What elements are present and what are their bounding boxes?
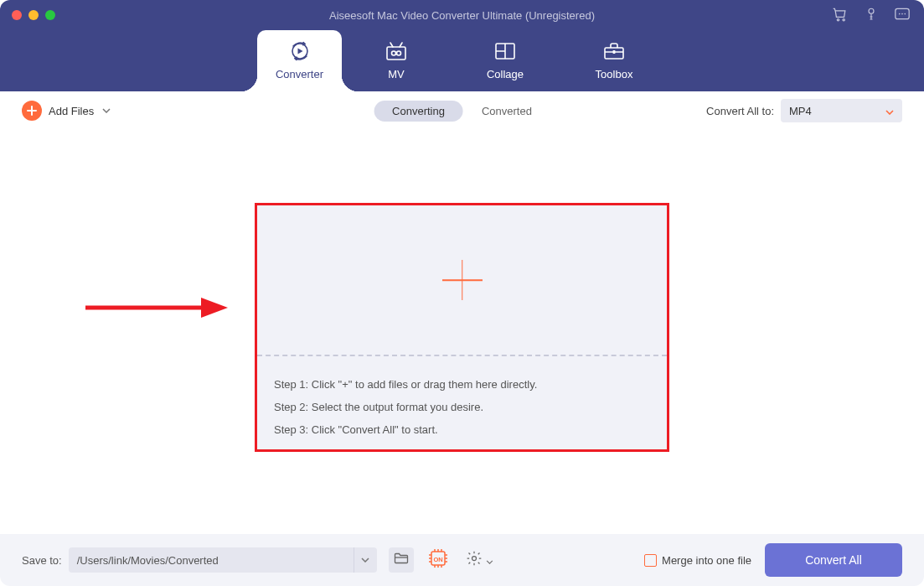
close-window-button[interactable]	[12, 10, 22, 20]
convert-all-to: Convert All to: MP4	[706, 99, 902, 122]
feedback-icon[interactable]	[894, 7, 911, 22]
tab-collage[interactable]: Collage	[451, 30, 560, 91]
format-select[interactable]: MP4	[781, 99, 902, 122]
mv-icon	[385, 41, 408, 61]
gear-icon	[466, 550, 483, 570]
merge-label: Merge into one file	[662, 554, 751, 567]
add-files-label: Add Files	[49, 105, 94, 117]
convert-all-button[interactable]: Convert All	[765, 543, 902, 577]
drop-zone-add-area[interactable]	[257, 205, 667, 355]
main-area: Step 1: Click "+" to add files or drag t…	[0, 130, 924, 534]
svg-text:ON: ON	[433, 556, 442, 563]
settings-button[interactable]	[466, 550, 493, 570]
toolbox-icon	[602, 41, 626, 61]
app-title: Aiseesoft Mac Video Converter Ultimate (…	[329, 9, 595, 22]
svg-point-6	[904, 13, 906, 15]
collage-icon	[493, 41, 517, 61]
svg-point-0	[837, 19, 839, 21]
svg-point-10	[397, 51, 401, 55]
key-icon[interactable]	[864, 6, 879, 23]
open-folder-button[interactable]	[389, 547, 414, 573]
save-path-value: /Users/link/Movies/Converted	[77, 554, 219, 567]
add-files-button[interactable]: Add Files	[22, 101, 94, 121]
format-selected-value: MP4	[789, 105, 812, 117]
traffic-lights	[12, 10, 55, 20]
app-header: Aiseesoft Mac Video Converter Ultimate (…	[0, 0, 924, 91]
tab-converter[interactable]: Converter	[257, 30, 342, 91]
save-to-label: Save to:	[22, 554, 62, 567]
svg-point-18	[472, 557, 476, 561]
step-3: Step 3: Click "Convert All" to start.	[274, 423, 650, 436]
cart-icon[interactable]	[832, 6, 849, 23]
chevron-down-icon	[885, 103, 894, 118]
steps-help: Step 1: Click "+" to add files or drag t…	[257, 356, 667, 444]
segment-converting[interactable]: Converting	[374, 101, 463, 122]
minimize-window-button[interactable]	[28, 10, 39, 20]
annotation-arrow-icon	[84, 294, 228, 324]
svg-point-4	[899, 13, 901, 15]
converter-icon	[288, 41, 312, 61]
tab-label: MV	[388, 68, 405, 80]
app-window: Aiseesoft Mac Video Converter Ultimate (…	[0, 0, 924, 586]
tab-toolbox[interactable]: Toolbox	[560, 30, 668, 91]
segment-converted[interactable]: Converted	[463, 101, 550, 122]
step-2: Step 2: Select the output format you des…	[274, 401, 650, 413]
gpu-accel-button[interactable]: ON	[426, 547, 451, 573]
tab-label: Converter	[276, 68, 323, 80]
step-1: Step 1: Click "+" to add files or drag t…	[274, 378, 650, 391]
nav-tabs: Converter MV	[0, 30, 924, 91]
titlebar: Aiseesoft Mac Video Converter Ultimate (…	[0, 0, 924, 30]
toolbar: Add Files Converting Converted Convert A…	[0, 91, 924, 130]
svg-point-9	[392, 51, 396, 55]
plus-icon	[22, 101, 42, 121]
merge-checkbox[interactable]	[644, 554, 657, 567]
folder-icon	[394, 552, 409, 568]
add-files-dropdown[interactable]	[102, 108, 111, 113]
svg-rect-13	[613, 50, 616, 54]
save-path-field[interactable]: /Users/link/Movies/Converted	[69, 547, 354, 573]
svg-point-1	[843, 19, 844, 21]
drop-zone[interactable]: Step 1: Click "+" to add files or drag t…	[255, 203, 669, 452]
header-right-icons	[832, 6, 911, 23]
convert-all-to-label: Convert All to:	[706, 105, 774, 117]
footer-bar: Save to: /Users/link/Movies/Converted	[0, 534, 924, 586]
save-path-dropdown[interactable]	[354, 547, 377, 573]
maximize-window-button[interactable]	[45, 10, 55, 20]
add-large-plus-icon	[442, 260, 483, 300]
merge-option: Merge into one file	[644, 554, 751, 567]
chevron-down-icon	[486, 552, 493, 568]
tab-label: Collage	[487, 68, 524, 80]
svg-point-5	[901, 13, 903, 15]
svg-marker-15	[201, 298, 228, 318]
svg-point-2	[869, 8, 874, 13]
gpu-chip-icon: ON	[427, 547, 449, 573]
tab-label: Toolbox	[596, 68, 633, 80]
status-segment-control: Converting Converted	[374, 101, 550, 122]
